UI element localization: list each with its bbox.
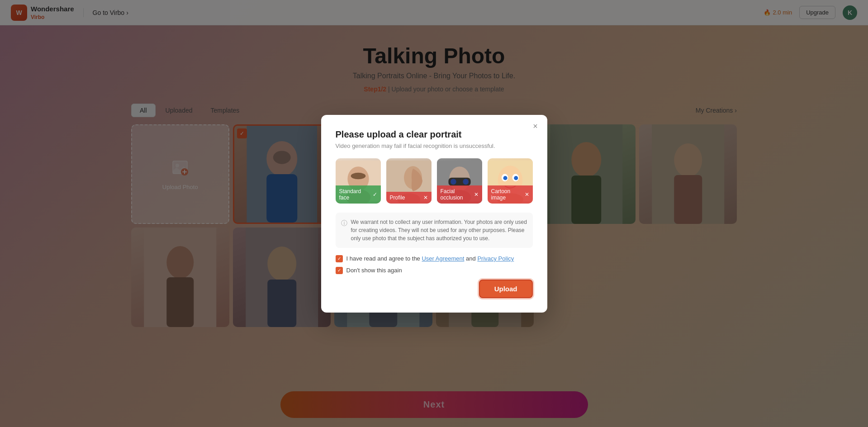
info-icon: ⓘ bbox=[341, 218, 347, 228]
svg-point-50 bbox=[503, 176, 507, 180]
svg-point-51 bbox=[514, 176, 518, 180]
agreement-text: I have read and agree to the User Agreem… bbox=[346, 255, 514, 262]
profile-face-label: Profile ✕ bbox=[386, 192, 432, 204]
cartoon-face-label: Cartoon image ✕ bbox=[488, 185, 533, 204]
agreement-checkbox[interactable]: ✓ bbox=[336, 255, 343, 262]
modal-title: Please upload a clear portrait bbox=[336, 129, 533, 140]
portrait-card-profile: Profile ✕ bbox=[386, 158, 432, 204]
dont-show-checkbox[interactable]: ✓ bbox=[336, 267, 343, 274]
modal-footer: Upload bbox=[336, 280, 533, 298]
disclaimer-box: ⓘ We warrant not to collect any user inf… bbox=[336, 213, 533, 248]
user-agreement-link[interactable]: User Agreement bbox=[422, 255, 464, 262]
modal-subtitle: Video generation may fail if facial reco… bbox=[336, 142, 533, 149]
agreement-checkbox-row: ✓ I have read and agree to the User Agre… bbox=[336, 255, 533, 262]
svg-point-44 bbox=[463, 179, 469, 185]
privacy-policy-link[interactable]: Privacy Policy bbox=[477, 255, 514, 262]
modal-close-button[interactable]: × bbox=[530, 121, 541, 132]
dont-show-checkbox-row: ✓ Don't show this again bbox=[336, 267, 533, 274]
portrait-card-standard: Standard face ✓ bbox=[336, 158, 381, 204]
standard-face-label: Standard face ✓ bbox=[336, 185, 381, 204]
occlusion-face-label: Facial occlusion ✕ bbox=[437, 185, 482, 204]
svg-point-35 bbox=[351, 172, 365, 179]
svg-point-43 bbox=[451, 179, 456, 185]
disclaimer-text: We warrant not to collect any user infor… bbox=[351, 218, 527, 242]
modal-overlay[interactable]: × Please upload a clear portrait Video g… bbox=[0, 0, 868, 427]
upload-modal: × Please upload a clear portrait Video g… bbox=[321, 115, 547, 313]
dont-show-label: Don't show this again bbox=[346, 267, 402, 274]
portrait-card-cartoon: Cartoon image ✕ bbox=[488, 158, 533, 204]
upload-button[interactable]: Upload bbox=[479, 280, 533, 298]
portrait-card-occlusion: Facial occlusion ✕ bbox=[437, 158, 482, 204]
portrait-examples: Standard face ✓ Profile ✕ bbox=[336, 158, 533, 204]
